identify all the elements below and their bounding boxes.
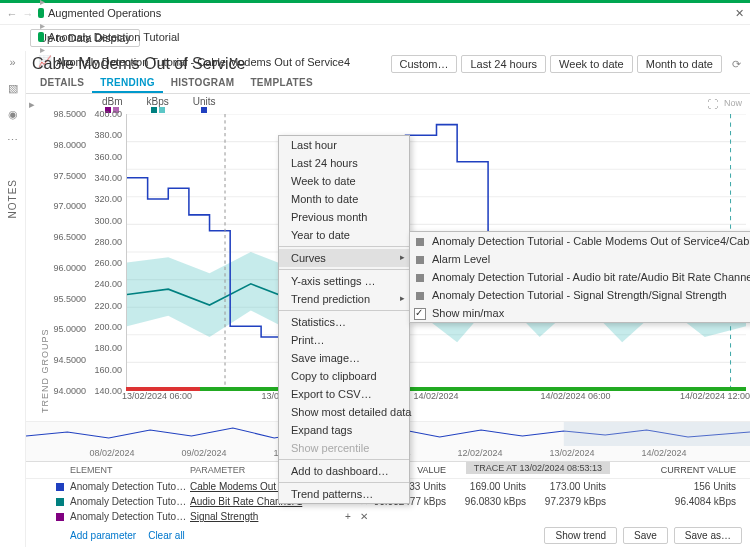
menu-item[interactable]: Week to date <box>279 172 409 190</box>
menu-item[interactable]: Month to date <box>279 190 409 208</box>
trend-groups-toggle[interactable]: ▸ <box>26 94 38 421</box>
series-color-swatch <box>56 513 64 521</box>
page-title: Cable Modems Out of Service <box>32 55 245 73</box>
trace-at-label: TRACE AT 13/02/2024 08:53:13 <box>466 462 610 474</box>
svg-rect-12 <box>564 422 750 446</box>
menu-item[interactable]: Last 24 hours <box>279 154 409 172</box>
menu-item[interactable]: Previous month <box>279 208 409 226</box>
menu-item[interactable]: Expand tags <box>279 421 409 439</box>
breadcrumb-item[interactable]: Augmented Operations <box>38 7 350 19</box>
menu-item[interactable]: Curves <box>279 249 409 267</box>
rail-icon-3[interactable]: ⋯ <box>6 133 20 147</box>
collapse-icon[interactable]: » <box>6 55 20 69</box>
menu-item[interactable]: Trend patterns… <box>279 485 409 503</box>
menu-item[interactable]: Export to CSV… <box>279 385 409 403</box>
time-custom-button[interactable]: Custom… <box>391 55 458 73</box>
save-as-button[interactable]: Save as… <box>674 527 742 544</box>
menu-item[interactable]: Last hour <box>279 136 409 154</box>
tab-histogram[interactable]: HISTOGRAM <box>163 73 243 93</box>
add-parameter-link[interactable]: Add parameter <box>70 530 136 541</box>
menu-item[interactable]: Year to date <box>279 226 409 244</box>
element-cell: Anomaly Detection Tuto… <box>70 496 190 507</box>
notes-tab[interactable]: NOTES <box>7 179 18 218</box>
menu-item[interactable]: Statistics… <box>279 313 409 331</box>
rail-icon-2[interactable]: ◉ <box>6 107 20 121</box>
element-cell: Anomaly Detection Tuto… <box>70 511 190 522</box>
remove-icon[interactable]: ✕ <box>356 511 372 522</box>
submenu-item[interactable]: Show min/max <box>410 304 750 322</box>
col-current: CURRENT VALUE <box>612 465 750 475</box>
legend-item: kBps <box>147 96 169 113</box>
nav-forward-icon[interactable]: → <box>20 8 36 20</box>
tabs: DETAILSTRENDINGHISTOGRAMTEMPLATES <box>26 73 750 94</box>
menu-item[interactable]: Trend prediction <box>279 290 409 308</box>
menu-item[interactable]: Y-axis settings … <box>279 272 409 290</box>
menu-item[interactable]: Show most detailed data <box>279 403 409 421</box>
save-button[interactable]: Save <box>623 527 668 544</box>
trend-groups-label: TREND GROUPS <box>38 94 52 421</box>
submenu-item[interactable]: Alarm Level <box>410 250 750 268</box>
add-icon[interactable]: + <box>340 511 356 522</box>
close-icon[interactable]: ✕ <box>735 7 744 20</box>
col-element: ELEMENT <box>70 465 190 475</box>
grid-row[interactable]: Anomaly Detection Tuto…Signal Strength+✕ <box>26 509 750 524</box>
parameter-link[interactable]: Signal Strength <box>190 511 340 522</box>
menu-item[interactable]: Copy to clipboard <box>279 367 409 385</box>
time-mtd-button[interactable]: Month to date <box>637 55 722 73</box>
refresh-icon[interactable]: ⟳ <box>728 56 744 72</box>
time-last24-button[interactable]: Last 24 hours <box>461 55 546 73</box>
fullscreen-icon[interactable]: ⛶ <box>707 98 718 110</box>
submenu-item[interactable]: Anomaly Detection Tutorial - Audio bit r… <box>410 268 750 286</box>
menu-item[interactable]: Print… <box>279 331 409 349</box>
clear-all-link[interactable]: Clear all <box>148 530 185 541</box>
menu-item: Show percentile <box>279 439 409 457</box>
rail-icon-1[interactable]: ▧ <box>6 81 20 95</box>
left-rail: » ▧ ◉ ⋯ NOTES <box>0 51 26 547</box>
tab-trending[interactable]: TRENDING <box>92 73 163 93</box>
tab-details[interactable]: DETAILS <box>32 73 92 93</box>
menu-item[interactable]: Add to dashboard… <box>279 462 409 480</box>
nav-back-icon[interactable]: ← <box>4 8 20 20</box>
menu-item[interactable]: Save image… <box>279 349 409 367</box>
show-trend-button[interactable]: Show trend <box>544 527 617 544</box>
curves-submenu[interactable]: Anomaly Detection Tutorial - Cable Modem… <box>409 231 750 323</box>
time-wtd-button[interactable]: Week to date <box>550 55 633 73</box>
series-color-swatch <box>56 498 64 506</box>
series-color-swatch <box>56 483 64 491</box>
submenu-item[interactable]: Anomaly Detection Tutorial - Cable Modem… <box>410 232 750 250</box>
context-menu[interactable]: Last hourLast 24 hoursWeek to dateMonth … <box>278 135 410 504</box>
tab-templates[interactable]: TEMPLATES <box>242 73 321 93</box>
breadcrumb-item[interactable]: Anomaly Detection Tutorial <box>38 31 350 43</box>
element-cell: Anomaly Detection Tuto… <box>70 481 190 492</box>
now-label: Now <box>724 98 742 108</box>
submenu-item[interactable]: Anomaly Detection Tutorial - Signal Stre… <box>410 286 750 304</box>
legend-item: Units <box>193 96 216 113</box>
breadcrumb: ← → Root View▸Dat…▸Augmented Operations▸… <box>0 3 750 25</box>
